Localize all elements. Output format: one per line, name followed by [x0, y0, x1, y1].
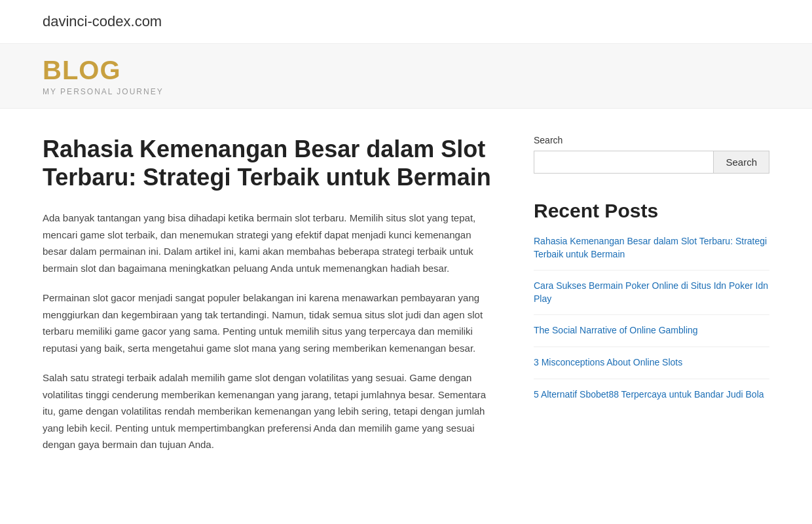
recent-post-link-4[interactable]: 5 Alternatif Sbobet88 Terpercaya untuk B… [534, 389, 764, 400]
recent-post-item: 5 Alternatif Sbobet88 Terpercaya untuk B… [534, 388, 769, 411]
search-section: Search Search [534, 135, 769, 174]
search-label: Search [534, 135, 769, 145]
recent-posts-list: Rahasia Kemenangan Besar dalam Slot Terb… [534, 235, 769, 410]
recent-post-link-3[interactable]: 3 Misconceptions About Online Slots [534, 357, 682, 367]
blog-title: BLOG [43, 56, 769, 84]
article-title: Rahasia Kemenangan Besar dalam Slot Terb… [43, 135, 494, 191]
recent-post-item: Cara Sukses Bermain Poker Online di Situ… [534, 280, 769, 315]
article-paragraph-1: Ada banyak tantangan yang bisa dihadapi … [43, 210, 494, 276]
recent-post-item: 3 Misconceptions About Online Slots [534, 356, 769, 379]
article-body: Ada banyak tantangan yang bisa dihadapi … [43, 210, 494, 453]
recent-posts-section: Recent Posts Rahasia Kemenangan Besar da… [534, 200, 769, 410]
site-title-link[interactable]: davinci-codex.com [43, 13, 162, 29]
recent-posts-title: Recent Posts [534, 200, 769, 222]
sidebar: Search Search Recent Posts Rahasia Kemen… [534, 135, 769, 466]
site-header: davinci-codex.com [0, 0, 812, 44]
search-row: Search [534, 151, 769, 174]
search-input[interactable] [534, 151, 714, 174]
recent-post-item: Rahasia Kemenangan Besar dalam Slot Terb… [534, 235, 769, 271]
article-paragraph-3: Salah satu strategi terbaik adalah memil… [43, 369, 494, 453]
recent-post-link-1[interactable]: Cara Sukses Bermain Poker Online di Situ… [534, 280, 768, 304]
blog-title-section: BLOG MY PERSONAL JOURNEY [0, 44, 812, 109]
content-area: Rahasia Kemenangan Besar dalam Slot Terb… [43, 135, 494, 466]
main-container: Rahasia Kemenangan Besar dalam Slot Terb… [0, 109, 812, 493]
article-paragraph-2: Permainan slot gacor menjadi sangat popu… [43, 290, 494, 356]
recent-post-link-0[interactable]: Rahasia Kemenangan Besar dalam Slot Terb… [534, 236, 767, 259]
recent-post-item: The Social Narrative of Online Gambling [534, 324, 769, 347]
blog-subtitle: MY PERSONAL JOURNEY [43, 87, 769, 96]
search-button[interactable]: Search [714, 151, 769, 174]
recent-post-link-2[interactable]: The Social Narrative of Online Gambling [534, 325, 698, 335]
